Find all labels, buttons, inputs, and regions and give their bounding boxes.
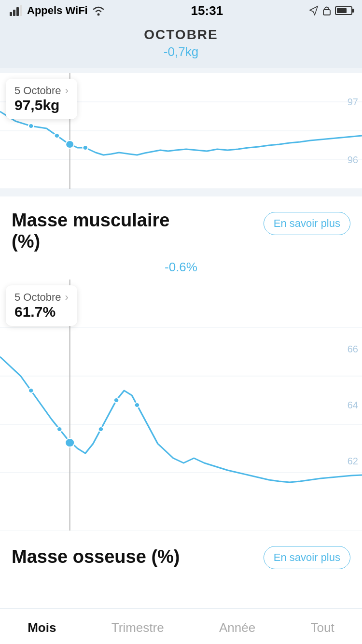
weight-change: -0,7kg [0,44,362,59]
muscle-chart-area: 5 Octobre › 61.7% 66 64 62 [0,280,362,531]
svg-point-12 [55,133,60,138]
tab-mois[interactable]: Mois [20,617,64,638]
svg-rect-2 [16,7,19,16]
muscle-learn-more-button[interactable]: En savoir plus [264,212,350,235]
svg-point-21 [28,388,34,393]
tab-bar: Mois Trimestre Année Tout [0,608,362,644]
muscle-tooltip-date: 5 Octobre › [14,291,69,304]
svg-point-11 [28,124,34,128]
svg-point-24 [114,398,119,403]
wifi-icon [92,5,105,16]
muscle-tooltip-arrow[interactable]: › [65,291,69,304]
svg-point-14 [66,140,74,148]
svg-point-13 [83,145,88,150]
header-section: OCTOBRE -0,7kg [0,21,362,68]
bone-title: Masse osseuse (%) [12,546,180,567]
muscle-header: Masse musculaire(%) En savoir plus [0,196,362,258]
status-left: Appels WiFi [10,4,105,17]
bone-learn-more-button[interactable]: En savoir plus [264,546,350,569]
weight-tooltip-arrow[interactable]: › [65,84,69,97]
tab-annee[interactable]: Année [211,617,263,638]
svg-point-4 [97,14,99,16]
muscle-title: Masse musculaire(%) [12,210,169,252]
weight-chart-area: 5 Octobre › 97,5kg 97 96 [0,73,362,189]
status-time: 15:31 [191,3,223,18]
weight-tooltip[interactable]: 5 Octobre › 97,5kg [6,79,77,119]
muscle-section: Masse musculaire(%) En savoir plus -0.6%… [0,196,362,531]
location-icon [309,5,319,16]
muscle-tooltip-value: 61.7% [14,304,69,320]
svg-rect-5 [323,10,330,15]
muscle-change: -0.6% [0,258,362,280]
muscle-tooltip[interactable]: 5 Octobre › 61.7% [6,285,77,326]
month-title: OCTOBRE [0,27,362,42]
status-bar: Appels WiFi 15:31 [0,0,362,21]
battery-icon [335,6,352,15]
svg-point-26 [65,438,74,447]
weight-chart-section: 5 Octobre › 97,5kg 97 96 [0,73,362,189]
svg-rect-1 [13,10,15,16]
svg-rect-3 [20,5,22,16]
weight-tooltip-value: 97,5kg [14,97,69,113]
bone-section: Masse osseuse (%) En savoir plus [0,531,362,613]
weight-tooltip-date: 5 Octobre › [14,84,69,97]
lock-icon [322,5,331,16]
carrier-label: Appels WiFi [27,4,88,17]
svg-point-23 [98,427,104,432]
tab-trimestre[interactable]: Trimestre [104,617,172,638]
svg-point-25 [135,403,140,407]
bone-title-row: Masse osseuse (%) En savoir plus [12,544,350,569]
signal-icon [10,5,23,16]
svg-point-22 [57,427,62,432]
svg-rect-0 [10,12,12,16]
status-right [309,5,352,16]
tab-tout[interactable]: Tout [303,617,342,638]
